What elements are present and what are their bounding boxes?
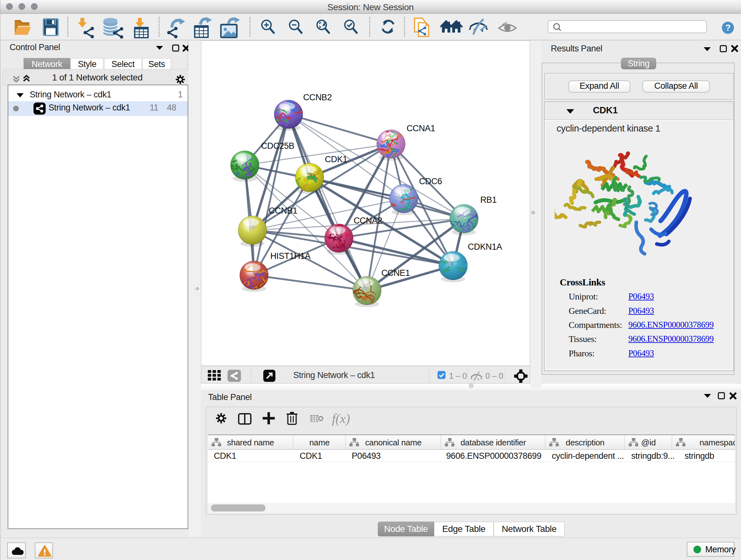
svg-text:CCNA2: CCNA2	[354, 216, 382, 226]
svg-text:CDC25B: CDC25B	[261, 141, 294, 151]
svg-text:CDKN1A: CDKN1A	[468, 242, 502, 252]
svg-text:CCNA1: CCNA1	[407, 124, 435, 133]
svg-text:CCNB1: CCNB1	[269, 206, 297, 215]
svg-text:CCNE1: CCNE1	[381, 268, 410, 278]
svg-text:CDC6: CDC6	[419, 177, 442, 186]
svg-text:CDK1: CDK1	[325, 154, 347, 164]
svg-text:?: ?	[725, 23, 731, 33]
svg-text:RB1: RB1	[480, 195, 496, 205]
svg-text:CCNB2: CCNB2	[303, 92, 332, 102]
svg-text:HIST1H1A: HIST1H1A	[270, 251, 311, 261]
